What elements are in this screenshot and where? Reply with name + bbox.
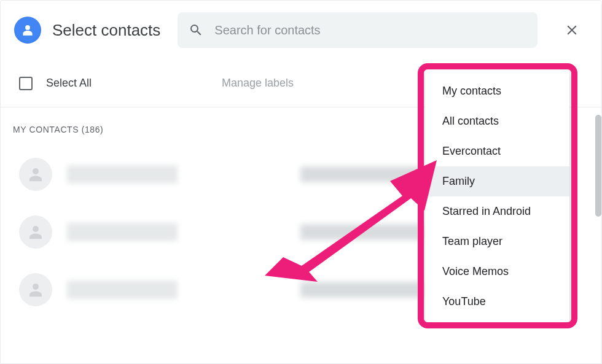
svg-point-3 bbox=[33, 284, 39, 290]
dropdown-item[interactable]: Evercontact bbox=[425, 136, 569, 166]
contact-name-redacted bbox=[67, 223, 178, 241]
manage-labels-button[interactable]: Manage labels bbox=[222, 77, 294, 90]
contact-name-redacted bbox=[67, 165, 178, 184]
person-icon bbox=[26, 223, 45, 241]
dropdown-item[interactable]: Family bbox=[425, 166, 569, 196]
svg-point-2 bbox=[33, 226, 39, 232]
contacts-app-icon bbox=[14, 17, 41, 44]
close-icon bbox=[564, 22, 580, 38]
search-icon bbox=[189, 23, 203, 37]
select-all-control[interactable]: Select All bbox=[19, 77, 92, 90]
avatar bbox=[19, 273, 52, 306]
dialog-header: Select contacts bbox=[1, 1, 601, 60]
contact-email-redacted bbox=[300, 166, 423, 182]
avatar bbox=[19, 158, 52, 191]
scrollbar-thumb[interactable] bbox=[595, 115, 601, 217]
dropdown-item[interactable]: YouTube bbox=[425, 287, 569, 317]
select-contacts-dialog: Select contacts Select All Manage labels… bbox=[0, 0, 602, 364]
dropdown-item[interactable]: All contacts bbox=[425, 106, 569, 136]
person-icon bbox=[20, 22, 36, 38]
svg-point-1 bbox=[33, 168, 39, 174]
dropdown-item[interactable]: Starred in Android bbox=[425, 196, 569, 227]
contact-name-redacted bbox=[67, 281, 178, 299]
select-all-label: Select All bbox=[46, 77, 92, 90]
svg-point-0 bbox=[25, 25, 30, 30]
close-button[interactable] bbox=[557, 15, 587, 45]
dropdown-item[interactable]: Team player bbox=[425, 227, 569, 257]
dropdown-item[interactable]: My contacts bbox=[425, 76, 569, 106]
contact-email-redacted bbox=[300, 282, 423, 298]
labels-dropdown[interactable]: My contactsAll contactsEvercontactFamily… bbox=[425, 70, 569, 323]
person-icon bbox=[26, 165, 45, 184]
select-all-checkbox[interactable] bbox=[19, 77, 33, 90]
contact-email-redacted bbox=[300, 224, 423, 240]
person-icon bbox=[26, 281, 45, 299]
avatar bbox=[19, 215, 52, 249]
page-title: Select contacts bbox=[52, 21, 160, 40]
search-box[interactable] bbox=[178, 12, 538, 48]
dropdown-item[interactable]: Voice Memos bbox=[425, 257, 569, 287]
search-input[interactable] bbox=[214, 23, 526, 37]
